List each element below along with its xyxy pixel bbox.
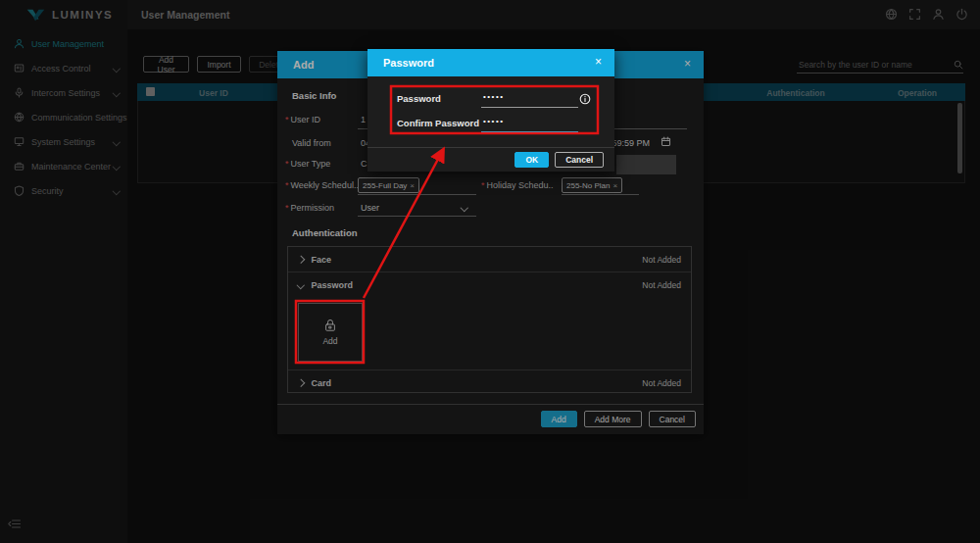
confirm-password-masked-value[interactable]: ••••• — [483, 117, 505, 125]
password-field-label: Password — [397, 93, 441, 104]
ok-button[interactable]: OK — [514, 152, 549, 168]
password-underline — [481, 107, 578, 108]
cancel-button[interactable]: Cancel — [555, 152, 604, 168]
app-screen: LUMINYS User Management Access Control I… — [0, 0, 980, 543]
dialog-header: Password × — [368, 49, 614, 76]
close-icon[interactable]: × — [595, 55, 602, 69]
password-dialog: Password × Password ••••• Confirm Passwo… — [368, 49, 614, 172]
info-icon[interactable] — [579, 93, 591, 105]
password-masked-value[interactable]: ••••• — [483, 92, 505, 101]
dialog-title: Password — [383, 57, 434, 69]
confirm-password-field-label: Confirm Password — [397, 118, 479, 128]
dialog-footer: OK Cancel — [514, 152, 604, 168]
confirm-password-underline — [481, 131, 578, 132]
footer-divider — [368, 147, 614, 148]
